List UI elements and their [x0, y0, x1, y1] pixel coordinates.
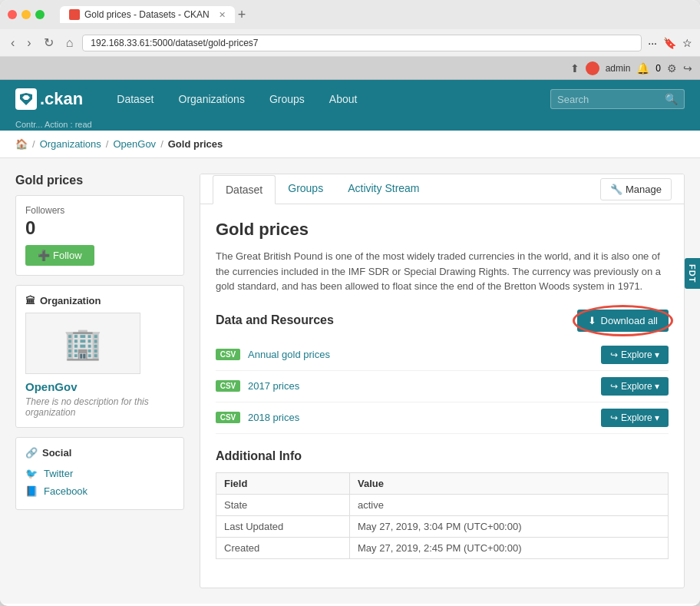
tab-activity-stream[interactable]: Activity Stream — [335, 174, 431, 204]
bookmark-icon: ··· — [648, 37, 657, 49]
download-all-button[interactable]: ⬇ Download all — [577, 310, 669, 332]
logout-icon[interactable]: ↪ — [683, 62, 692, 75]
social-icon: 🔗 — [25, 447, 38, 459]
followers-count: 0 — [25, 217, 174, 239]
resource-row: CSV 2017 prices ↪ Explore ▾ — [216, 371, 669, 402]
minimize-button[interactable] — [21, 10, 31, 19]
breadcrumb-organizations[interactable]: Organizations — [40, 138, 101, 150]
resource-row: CSV Annual gold prices ↪ Explore ▾ — [216, 339, 669, 371]
organization-section: 🏛 Organization 🏢 OpenGov There is no des… — [15, 285, 184, 428]
manage-button[interactable]: 🔧 Manage — [600, 178, 672, 200]
resource-badge-2: CSV — [216, 380, 240, 392]
tab-close-icon[interactable]: ✕ — [219, 10, 226, 20]
org-header-label: Organization — [40, 295, 101, 306]
notifications-count: 0 — [655, 63, 661, 74]
resource-badge-3: CSV — [216, 412, 240, 423]
table-row: State active — [216, 494, 669, 515]
org-logo: 🏢 — [25, 313, 140, 374]
nav-search-form: 🔍 — [550, 89, 685, 109]
tab-groups[interactable]: Groups — [276, 174, 335, 204]
close-button[interactable] — [8, 10, 17, 19]
avatar-icon — [586, 61, 599, 75]
new-tab-button[interactable]: + — [238, 7, 246, 23]
dataset-panel: Dataset Groups Activity Stream 🔧 Manage … — [200, 174, 685, 588]
additional-info-title: Additional Info — [216, 449, 669, 463]
sidebar-dataset-title: Gold prices — [15, 174, 184, 187]
nav-about[interactable]: About — [319, 87, 368, 111]
follow-button[interactable]: ➕ Follow — [25, 245, 94, 266]
explore-button-2[interactable]: ↪ Explore ▾ — [601, 377, 669, 396]
reload-button[interactable]: ↻ — [41, 34, 57, 51]
download-icon: ⬇ — [588, 315, 596, 326]
facebook-label: Facebook — [44, 485, 88, 497]
maximize-button[interactable] — [35, 10, 45, 19]
org-section-header: 🏛 Organization — [25, 295, 174, 306]
breadcrumb: 🏠 / Organizations / OpenGov / Gold price… — [0, 131, 700, 158]
browser-tab[interactable]: Gold prices - Datasets - CKAN ✕ — [60, 6, 235, 23]
field-state: State — [216, 494, 350, 515]
main-content: Gold prices Followers 0 ➕ Follow 🏛 Organ… — [0, 158, 700, 604]
follow-label: Follow — [53, 250, 82, 261]
resource-name-1[interactable]: Annual gold prices — [248, 349, 593, 360]
breadcrumb-opengov[interactable]: OpenGov — [113, 138, 156, 150]
browser-toolbar: ⬆ admin 🔔 0 ⚙ ↪ — [0, 57, 700, 80]
social-section: 🔗 Social 🐦 Twitter 📘 Facebook — [15, 437, 184, 510]
resources-header: Data and Resources ⬇ Download all — [216, 310, 669, 332]
settings-icon[interactable]: ⚙ — [667, 62, 677, 75]
notifications-icon[interactable]: 🔔 — [636, 62, 649, 75]
wrench-icon: 🔧 — [610, 184, 622, 195]
star-icon: ☆ — [682, 37, 692, 49]
resource-name-2[interactable]: 2017 prices — [248, 380, 593, 392]
back-button[interactable]: ‹ — [8, 35, 18, 51]
home-button[interactable]: ⌂ — [63, 35, 77, 51]
share-icon[interactable]: ⬆ — [570, 62, 579, 75]
nav-groups[interactable]: Groups — [259, 87, 315, 111]
plus-icon: ➕ — [38, 250, 50, 261]
user-label: admin — [606, 63, 631, 74]
breadcrumb-sep-1: / — [32, 138, 35, 150]
download-all-label: Download all — [601, 315, 658, 326]
tab-dataset[interactable]: Dataset — [213, 175, 276, 204]
resource-name-3[interactable]: 2018 prices — [248, 412, 593, 423]
social-header-label: Social — [42, 447, 71, 459]
nav-organizations[interactable]: Organizations — [168, 87, 256, 111]
value-last-updated: May 27, 2019, 3:04 PM (UTC+00:00) — [350, 515, 669, 537]
resources-list: CSV Annual gold prices ↪ Explore ▾ CSV 2… — [216, 339, 669, 434]
ckan-logo[interactable]: .ckan — [15, 88, 83, 110]
contrib-notice: Contr... Action : read — [0, 118, 700, 131]
breadcrumb-home[interactable]: 🏠 — [15, 138, 28, 150]
explore-label-3: Explore ▾ — [621, 412, 659, 423]
forward-button[interactable]: › — [24, 35, 34, 51]
info-table: Field Value State active Last Updated Ma… — [216, 472, 669, 559]
explore-button-1[interactable]: ↪ Explore ▾ — [601, 346, 669, 364]
breadcrumb-sep-2: / — [106, 138, 109, 150]
browser-titlebar: Gold prices - Datasets - CKAN ✕ + — [0, 0, 700, 29]
nav-datasets[interactable]: Dataset — [106, 87, 164, 111]
explore-icon-1: ↪ — [610, 349, 618, 360]
explore-icon-3: ↪ — [610, 412, 618, 423]
followers-label: Followers — [25, 205, 174, 216]
explore-label-2: Explore ▾ — [621, 381, 659, 392]
table-row: Created May 27, 2019, 2:45 PM (UTC+00:00… — [216, 537, 669, 558]
facebook-icon: 📘 — [25, 485, 38, 497]
resource-row: CSV 2018 prices ↪ Explore ▾ — [216, 402, 669, 434]
tab-bar: Gold prices - Datasets - CKAN ✕ + — [60, 6, 692, 23]
ckan-logo-icon — [15, 88, 37, 110]
org-icon: 🏛 — [25, 295, 35, 306]
search-icon[interactable]: 🔍 — [665, 93, 678, 105]
main-nav: .ckan Dataset Organizations Groups About… — [0, 80, 700, 118]
twitter-link[interactable]: 🐦 Twitter — [25, 465, 174, 482]
explore-button-3[interactable]: ↪ Explore ▾ — [601, 409, 669, 427]
fdt-tab[interactable]: FDT — [685, 258, 700, 289]
table-row: Last Updated May 27, 2019, 3:04 PM (UTC+… — [216, 515, 669, 537]
resources-section-title: Data and Resources — [216, 313, 334, 327]
search-input[interactable] — [557, 94, 665, 105]
field-last-updated: Last Updated — [216, 515, 350, 537]
twitter-icon: 🐦 — [25, 468, 38, 479]
org-name[interactable]: OpenGov — [25, 380, 174, 393]
facebook-link[interactable]: 📘 Facebook — [25, 482, 174, 500]
table-header-value: Value — [350, 472, 669, 494]
url-input[interactable] — [82, 35, 642, 51]
resource-badge-1: CSV — [216, 349, 240, 360]
dataset-description: The Great British Pound is one of the mo… — [216, 249, 669, 294]
